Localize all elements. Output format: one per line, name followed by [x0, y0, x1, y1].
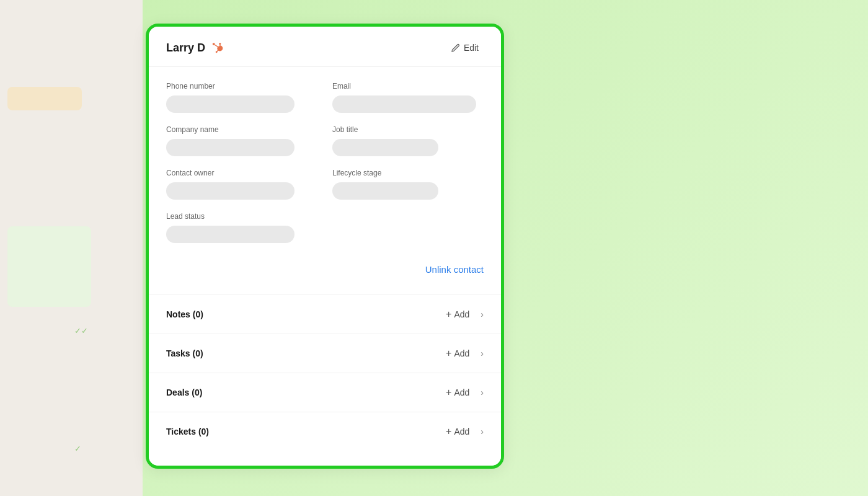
- pencil-icon: [451, 43, 460, 52]
- card-header: Larry D Edit: [149, 27, 501, 67]
- deals-actions: + Add ›: [441, 384, 484, 401]
- tickets-add-button[interactable]: + Add: [441, 423, 474, 440]
- edit-button[interactable]: Edit: [446, 40, 484, 55]
- email-field: Email: [332, 82, 484, 113]
- contact-info: Phone number Email Company name Job titl…: [149, 67, 501, 255]
- tasks-label: Tasks (0): [166, 348, 203, 358]
- notes-label: Notes (0): [166, 309, 203, 319]
- checkmark-2: ✓: [74, 444, 81, 453]
- chevron-right-icon-notes: ›: [480, 309, 484, 319]
- checkmark-1: ✓✓: [74, 326, 88, 335]
- contact-owner-skeleton: [166, 182, 294, 200]
- phone-number-label: Phone number: [166, 82, 317, 91]
- chevron-right-icon-tickets: ›: [480, 427, 484, 436]
- tickets-label: Tickets (0): [166, 427, 209, 436]
- plus-icon-deals: +: [446, 387, 451, 398]
- header-left: Larry D: [166, 41, 225, 55]
- plus-icon-tickets: +: [446, 426, 451, 437]
- lifecycle-stage-label: Lifecycle stage: [332, 169, 484, 177]
- contact-owner-label: Contact owner: [166, 169, 317, 177]
- email-label: Email: [332, 82, 484, 91]
- job-title-field: Job title: [332, 125, 484, 156]
- lead-status-field: Lead status: [166, 212, 317, 243]
- email-skeleton: [332, 95, 476, 113]
- plus-icon-notes: +: [446, 309, 451, 320]
- notes-section-row[interactable]: Notes (0) + Add ›: [149, 294, 501, 334]
- job-title-label: Job title: [332, 125, 484, 134]
- lifecycle-stage-field: Lifecycle stage: [332, 169, 484, 200]
- chevron-right-icon-deals: ›: [480, 388, 484, 397]
- company-name-field: Company name: [166, 125, 317, 156]
- hubspot-icon: [211, 41, 225, 55]
- notes-add-button[interactable]: + Add: [441, 306, 474, 322]
- bg-bubble-2: [7, 226, 91, 307]
- tasks-actions: + Add ›: [441, 345, 484, 361]
- phone-number-skeleton: [166, 95, 294, 113]
- job-title-skeleton: [332, 139, 438, 156]
- lead-status-label: Lead status: [166, 212, 317, 221]
- contact-card-frame: Larry D Edit Phone number: [146, 24, 504, 469]
- notes-actions: + Add ›: [441, 306, 484, 322]
- deals-add-button[interactable]: + Add: [441, 384, 474, 401]
- tickets-actions: + Add ›: [441, 423, 484, 440]
- contact-owner-field: Contact owner: [166, 169, 317, 200]
- tasks-add-button[interactable]: + Add: [441, 345, 474, 361]
- deals-label: Deals (0): [166, 388, 202, 397]
- svg-point-0: [218, 47, 221, 50]
- contact-name: Larry D: [166, 42, 205, 55]
- plus-icon-tasks: +: [446, 348, 451, 359]
- company-name-label: Company name: [166, 125, 317, 134]
- company-name-skeleton: [166, 139, 294, 156]
- unlink-contact-button[interactable]: Unlink contact: [425, 262, 484, 277]
- lifecycle-stage-skeleton: [332, 182, 438, 200]
- unlink-section: Unlink contact: [149, 255, 501, 294]
- tickets-section-row[interactable]: Tickets (0) + Add ›: [149, 412, 501, 451]
- bg-bubble-1: [7, 87, 82, 110]
- contact-card: Larry D Edit Phone number: [149, 27, 501, 466]
- deals-section-row[interactable]: Deals (0) + Add ›: [149, 373, 501, 412]
- chevron-right-icon-tasks: ›: [480, 348, 484, 358]
- info-grid: Phone number Email Company name Job titl…: [166, 82, 484, 243]
- lead-status-skeleton: [166, 226, 294, 243]
- phone-number-field: Phone number: [166, 82, 317, 113]
- tasks-section-row[interactable]: Tasks (0) + Add ›: [149, 334, 501, 373]
